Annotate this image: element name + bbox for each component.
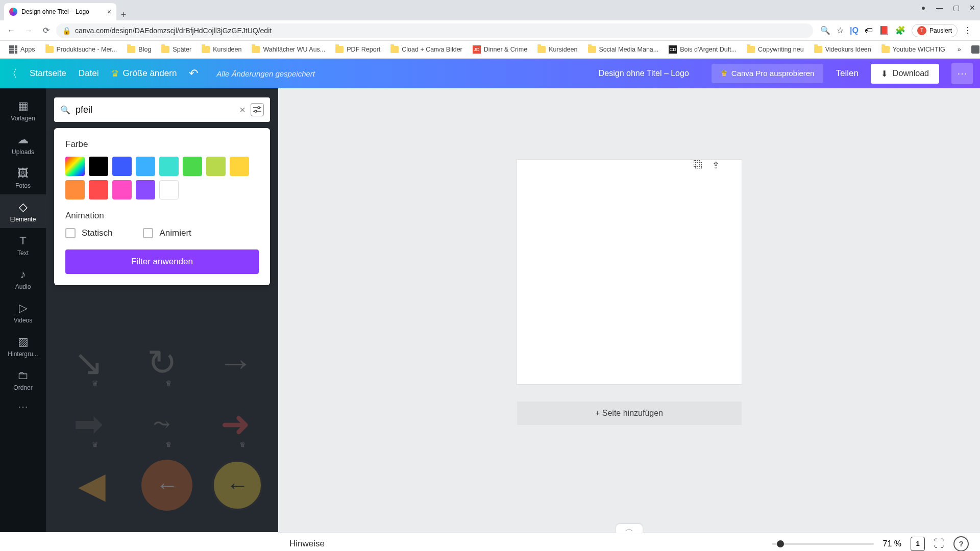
color-swatch[interactable]	[159, 157, 179, 176]
rail-elements[interactable]: ◇Elemente	[0, 194, 46, 228]
element-result[interactable]: ➜♛	[205, 398, 266, 449]
profile-paused-button[interactable]: T Pausiert	[912, 24, 958, 37]
apps-button[interactable]: Apps	[5, 43, 39, 56]
animated-checkbox[interactable]: Animiert	[143, 228, 191, 238]
bookmark-item[interactable]: Social Media Mana...	[584, 44, 663, 55]
ext1-icon[interactable]: |Q	[850, 26, 859, 35]
add-page-button[interactable]: + Seite hinzufügen	[517, 402, 742, 425]
color-swatch[interactable]	[159, 180, 179, 199]
apply-filter-button[interactable]: Filter anwenden	[65, 249, 259, 274]
share-page-icon[interactable]: ⇪	[712, 160, 720, 171]
minimize-icon[interactable]: —	[935, 3, 944, 12]
folder-icon	[335, 46, 344, 53]
design-page[interactable]	[517, 160, 742, 384]
back-icon[interactable]: ←	[4, 23, 18, 38]
rail-text[interactable]: TText	[0, 228, 46, 262]
download-button[interactable]: ⬇Download	[871, 64, 939, 84]
element-result[interactable]: ➡♛	[58, 398, 119, 449]
search-input[interactable]	[76, 105, 234, 115]
color-swatch-multi[interactable]	[65, 157, 85, 176]
element-result[interactable]: ↘♛	[58, 337, 119, 388]
ext3-icon[interactable]: 📕	[879, 26, 889, 35]
color-swatch[interactable]	[112, 157, 132, 176]
rail-folder[interactable]: 🗀Ordner	[0, 363, 46, 396]
color-swatch[interactable]	[112, 180, 132, 199]
help-button[interactable]: ?	[953, 536, 969, 552]
clear-search-icon[interactable]: ×	[239, 104, 246, 116]
static-checkbox[interactable]: Statisch	[65, 228, 112, 238]
bookmark-item[interactable]: Copywriting neu	[743, 44, 808, 55]
browser-tab[interactable]: Design ohne Titel – Logo ×	[4, 3, 116, 20]
rail-templates[interactable]: ▦Vorlagen	[0, 93, 46, 127]
rail-uploads[interactable]: ☁Uploads	[0, 127, 46, 161]
ext2-icon[interactable]: 🏷	[865, 26, 873, 35]
url-input[interactable]: 🔒 canva.com/design/DAEdomzscjl/drBfjHdCo…	[56, 23, 813, 38]
resize-menu[interactable]: ♛Größe ändern	[111, 68, 177, 79]
bookmark-item[interactable]: Videokurs Ideen	[810, 44, 875, 55]
page-indicator[interactable]: 1	[911, 537, 925, 551]
zoom-slider[interactable]	[772, 543, 874, 545]
color-swatch[interactable]	[206, 157, 226, 176]
canvas-area[interactable]: ⿻ ⇪ + Seite hinzufügen ︿	[278, 88, 980, 532]
expand-pages-handle[interactable]: ︿	[616, 524, 643, 533]
color-swatch[interactable]	[136, 157, 155, 176]
document-title[interactable]: Design ohne Titel – Logo	[599, 69, 689, 78]
color-swatch[interactable]	[136, 180, 155, 199]
bookmark-item[interactable]: Kursideen	[533, 44, 581, 55]
puzzle-icon[interactable]: 🧩	[895, 26, 905, 35]
element-result[interactable]: ←	[141, 460, 192, 511]
home-link[interactable]: Startseite	[30, 68, 66, 79]
undo-icon[interactable]: ↶	[189, 67, 198, 80]
close-tab-icon[interactable]: ×	[107, 8, 111, 16]
reload-icon[interactable]: ⟳	[39, 23, 53, 38]
color-swatch[interactable]	[230, 157, 249, 176]
rail-audio[interactable]: ♪Audio	[0, 262, 46, 295]
bookmark-item[interactable]: CDBois d'Argent Duft...	[665, 43, 741, 56]
bookmark-item[interactable]: Youtube WICHTIG	[877, 44, 949, 55]
element-result[interactable]: →	[205, 337, 266, 388]
element-result[interactable]: ◀	[61, 460, 122, 511]
rail-background[interactable]: ▨Hintergru...	[0, 329, 46, 363]
bookmark-item[interactable]: PDF Report	[331, 44, 384, 55]
star-icon[interactable]: ☆	[837, 26, 844, 35]
color-swatch[interactable]	[89, 180, 108, 199]
back-home-icon[interactable]: 〈	[7, 67, 17, 81]
background-icon: ▨	[0, 335, 46, 348]
bookmark-item[interactable]: Wahlfächer WU Aus...	[248, 44, 329, 55]
close-window-icon[interactable]: ✕	[968, 3, 977, 12]
more-menu-button[interactable]: ⋯	[951, 63, 973, 84]
color-swatch[interactable]	[89, 157, 108, 176]
rail-videos[interactable]: ▷Videos	[0, 295, 46, 329]
zoom-icon[interactable]: 🔍	[820, 26, 830, 35]
zoom-value[interactable]: 71 %	[883, 539, 901, 548]
rail-more[interactable]: ⋯	[18, 400, 28, 413]
share-button[interactable]: Teilen	[836, 68, 858, 79]
menu-icon[interactable]: ⋮	[964, 26, 972, 35]
animation-section-label: Animation	[65, 211, 259, 221]
bookmark-item[interactable]: Blog	[123, 44, 155, 55]
forward-icon[interactable]: →	[21, 23, 36, 38]
color-swatch[interactable]	[183, 157, 202, 176]
reading-list-button[interactable]: Leseliste	[967, 43, 980, 56]
bookmark-item[interactable]: JDDinner & Crime	[469, 43, 531, 56]
filter-toggle-button[interactable]	[251, 103, 264, 116]
bookmark-item[interactable]: Produktsuche - Mer...	[41, 44, 121, 55]
maximize-icon[interactable]: ▢	[951, 3, 961, 12]
element-result[interactable]: ←	[212, 460, 263, 511]
try-pro-button[interactable]: ♛Canva Pro ausprobieren	[712, 64, 824, 83]
account-dot-icon[interactable]: ●	[919, 3, 928, 12]
hints-label[interactable]: Hinweise	[289, 539, 763, 549]
new-tab-button[interactable]: +	[116, 10, 131, 20]
bookmark-item[interactable]: Kursideen	[198, 44, 246, 55]
element-result[interactable]: ⤳♛	[131, 398, 192, 449]
file-menu[interactable]: Datei	[79, 68, 99, 79]
bookmark-item[interactable]: Später	[157, 44, 195, 55]
rail-photos[interactable]: 🖼Fotos	[0, 161, 46, 194]
element-result[interactable]: ↻♛	[131, 337, 192, 388]
fullscreen-icon[interactable]: ⛶	[934, 538, 944, 549]
bookmark-item[interactable]: Cload + Canva Bilder	[386, 44, 466, 55]
color-swatch[interactable]	[65, 180, 85, 199]
zoom-thumb[interactable]	[777, 540, 784, 547]
bookmark-overflow[interactable]: »	[953, 44, 965, 55]
duplicate-page-icon[interactable]: ⿻	[694, 160, 703, 171]
